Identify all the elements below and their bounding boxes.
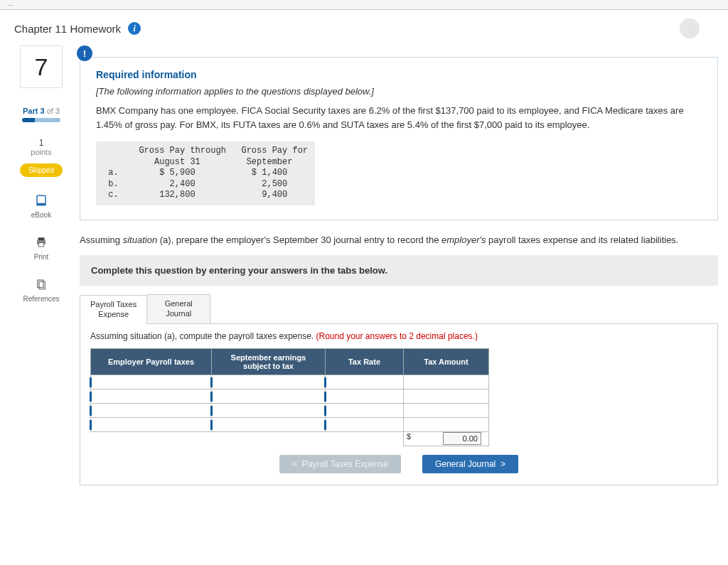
- cell-rate[interactable]: [326, 403, 404, 417]
- next-tab-button[interactable]: General Journal >: [422, 455, 518, 473]
- required-info-intro: [The following information applies to th…: [96, 86, 702, 97]
- main-content: ! Required information [The following in…: [80, 45, 718, 485]
- svg-rect-6: [39, 281, 45, 289]
- cell-earnings[interactable]: [212, 403, 326, 417]
- points-value: 1: [39, 138, 44, 148]
- references-button[interactable]: References: [23, 276, 59, 303]
- page-title: Chapter 11 Homework: [14, 23, 121, 35]
- total-amount: 0.00: [443, 432, 481, 445]
- cell-earnings[interactable]: [212, 389, 326, 403]
- part-label: Part 3 of 3: [23, 107, 60, 115]
- cell-rate[interactable]: [326, 375, 404, 389]
- complete-prompt: Complete this question by entering your …: [80, 255, 718, 286]
- cell-amount[interactable]: [404, 375, 489, 389]
- instruction: Assuming situation (a), prepare the empl…: [80, 233, 718, 247]
- svg-rect-5: [38, 280, 43, 288]
- avatar[interactable]: [680, 18, 700, 38]
- alert-icon: !: [77, 45, 92, 61]
- browser-bookmarks-bar: …: [0, 0, 728, 10]
- tab-general-journal[interactable]: GeneralJournal: [146, 294, 210, 323]
- cell-amount[interactable]: [404, 403, 489, 417]
- cell-total: $ 0.00: [404, 431, 489, 446]
- info-icon[interactable]: i: [128, 22, 141, 35]
- print-button[interactable]: Print: [33, 235, 49, 261]
- tab-panel-payroll-taxes: Assuming situation (a), compute the payr…: [80, 324, 718, 485]
- svg-rect-2: [38, 237, 45, 240]
- sidebar: 7 Part 3 of 3 1 points Skipped eBook Pri…: [10, 45, 73, 485]
- cell-tax-name[interactable]: [91, 389, 212, 403]
- col-tax-amount: Tax Amount: [404, 348, 489, 375]
- payroll-taxes-table: Employer Payroll taxes September earning…: [90, 348, 489, 446]
- cell-tax-name[interactable]: [91, 417, 212, 431]
- entry-row: [91, 389, 489, 403]
- copy-icon: [33, 276, 49, 292]
- cell-earnings[interactable]: [212, 417, 326, 431]
- cell-tax-name[interactable]: [91, 375, 212, 389]
- required-info-box: Required information [The following info…: [80, 57, 718, 220]
- ebook-button[interactable]: eBook: [31, 193, 51, 219]
- col-employer-payroll-taxes: Employer Payroll taxes: [91, 348, 212, 375]
- total-row: $ 0.00: [91, 431, 489, 446]
- col-september-earnings: September earningssubject to tax: [212, 348, 326, 375]
- entry-row: [91, 417, 489, 431]
- cell-tax-name[interactable]: [91, 403, 212, 417]
- prev-tab-button: < Payroll Taxes Expense: [279, 455, 401, 473]
- answer-tabs: Payroll TaxesExpense GeneralJournal: [80, 294, 718, 324]
- cell-rate[interactable]: [326, 417, 404, 431]
- entry-row: [91, 403, 489, 417]
- question-number: 7: [20, 45, 63, 88]
- sub-instruction: Assuming situation (a), compute the payr…: [90, 331, 707, 341]
- cell-rate[interactable]: [326, 389, 404, 403]
- part-progress: [22, 118, 60, 122]
- pay-data-table: Gross Pay through Gross Pay for August 3…: [96, 141, 315, 205]
- cell-amount[interactable]: [404, 417, 489, 431]
- svg-rect-4: [38, 243, 44, 247]
- book-icon: [33, 193, 49, 208]
- required-info-title: Required information: [96, 69, 702, 80]
- entry-row: [91, 375, 489, 389]
- skipped-badge: Skipped: [20, 163, 63, 177]
- cell-earnings[interactable]: [212, 375, 326, 389]
- points-label: points: [31, 148, 51, 156]
- problem-statement: BMX Company has one employee. FICA Socia…: [96, 104, 702, 131]
- col-tax-rate: Tax Rate: [326, 348, 404, 375]
- tab-payroll-taxes-expense[interactable]: Payroll TaxesExpense: [80, 295, 147, 324]
- cell-amount[interactable]: [404, 389, 489, 403]
- svg-rect-1: [37, 203, 46, 205]
- printer-icon: [33, 235, 49, 250]
